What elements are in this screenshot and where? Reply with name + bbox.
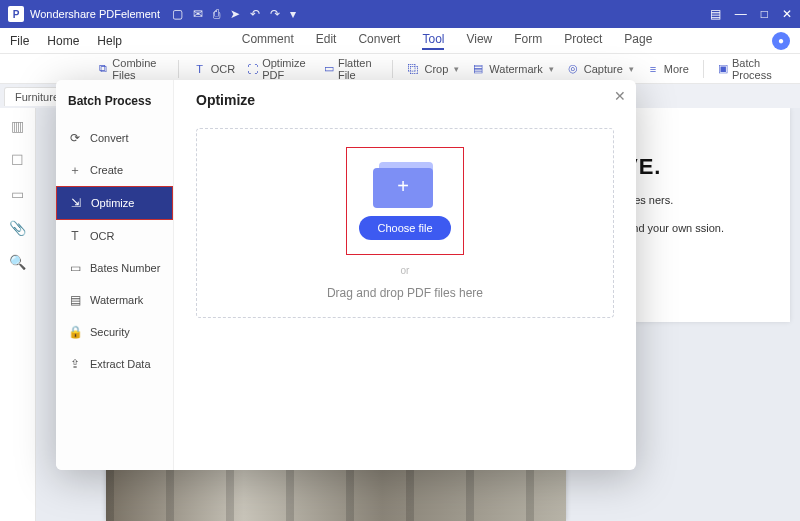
batch-item-optimize[interactable]: ⇲Optimize <box>56 186 173 220</box>
print-icon[interactable]: ⎙ <box>213 7 220 21</box>
tool-combine-label: Combine Files <box>112 57 164 81</box>
tool-flatten-file[interactable]: ▭Flatten File <box>318 57 384 81</box>
optimize-icon: ⛶ <box>247 62 258 76</box>
menu-convert[interactable]: Convert <box>358 32 400 50</box>
menu-file[interactable]: File <box>10 34 29 48</box>
thumbnails-icon[interactable]: ▥ <box>11 118 24 134</box>
menu-help[interactable]: Help <box>97 34 122 48</box>
tool-capture[interactable]: ◎Capture▾ <box>560 62 640 76</box>
menu-comment[interactable]: Comment <box>242 32 294 50</box>
menu-form[interactable]: Form <box>514 32 542 50</box>
comments-icon[interactable]: ▭ <box>11 186 24 202</box>
file-dropzone[interactable]: Choose file or Drag and drop PDF files h… <box>196 128 614 318</box>
tool-crop-label: Crop <box>424 63 448 75</box>
titlebar: P Wondershare PDFelement ▢ ✉ ⎙ ➤ ↶ ↷ ▾ ▤… <box>0 0 800 28</box>
choose-file-button[interactable]: Choose file <box>359 216 450 240</box>
window-controls: ▤ — □ ✕ <box>710 7 792 21</box>
ocr-icon: T <box>193 62 207 76</box>
tool-batch-label: Batch Process <box>732 57 784 81</box>
maximize-icon[interactable]: □ <box>761 7 768 21</box>
or-divider-text: or <box>401 265 410 276</box>
tool-optimize-pdf[interactable]: ⛶Optimize PDF <box>241 57 318 81</box>
convert-icon: ⟳ <box>68 131 82 145</box>
batch-item-watermark[interactable]: ▤Watermark <box>56 284 173 316</box>
open-icon[interactable]: ▢ <box>172 7 183 21</box>
batch-item-label: OCR <box>90 230 114 242</box>
app-logo-icon: P <box>8 6 24 22</box>
user-avatar-icon[interactable]: ● <box>772 32 790 50</box>
tool-ocr-label: OCR <box>211 63 235 75</box>
minimize-icon[interactable]: — <box>735 7 747 21</box>
chevron-down-icon: ▾ <box>629 64 634 74</box>
batch-item-label: Watermark <box>90 294 143 306</box>
share-icon[interactable]: ➤ <box>230 7 240 21</box>
batch-process-modal: ✕ Batch Process ⟳Convert ＋Create ⇲Optimi… <box>56 80 636 470</box>
settings-icon[interactable]: ▤ <box>710 7 721 21</box>
crop-icon: ⿻ <box>406 62 420 76</box>
modal-close-icon[interactable]: ✕ <box>614 88 626 104</box>
menu-page[interactable]: Page <box>624 32 652 50</box>
batch-item-security[interactable]: 🔒Security <box>56 316 173 348</box>
tool-batch-process[interactable]: ▣Batch Process <box>712 57 790 81</box>
batch-icon: ▣ <box>718 62 728 76</box>
batch-item-convert[interactable]: ⟳Convert <box>56 122 173 154</box>
flatten-icon: ▭ <box>324 62 334 76</box>
bookmark-icon[interactable]: ☐ <box>11 152 24 168</box>
menu-edit[interactable]: Edit <box>316 32 337 50</box>
batch-item-label: Convert <box>90 132 129 144</box>
batch-main-panel: Optimize Choose file or Drag and drop PD… <box>174 80 636 470</box>
more-icon: ≡ <box>646 62 660 76</box>
batch-item-label: Create <box>90 164 123 176</box>
search-icon[interactable]: 🔍 <box>9 254 26 270</box>
menu-view[interactable]: View <box>466 32 492 50</box>
watermark-icon: ▤ <box>471 62 485 76</box>
chevron-down-icon: ▾ <box>549 64 554 74</box>
tool-ocr[interactable]: TOCR <box>187 62 241 76</box>
customize-icon[interactable]: ▾ <box>290 7 296 21</box>
batch-item-label: Optimize <box>91 197 134 209</box>
batch-item-extract[interactable]: ⇪Extract Data <box>56 348 173 380</box>
app-title: Wondershare PDFelement <box>30 8 160 20</box>
batch-sidebar: Batch Process ⟳Convert ＋Create ⇲Optimize… <box>56 80 174 470</box>
attachments-icon[interactable]: 📎 <box>9 220 26 236</box>
tool-crop[interactable]: ⿻Crop▾ <box>400 62 465 76</box>
batch-item-label: Bates Number <box>90 262 160 274</box>
close-window-icon[interactable]: ✕ <box>782 7 792 21</box>
left-side-rail: ▥ ☐ ▭ 📎 🔍 <box>0 108 36 521</box>
capture-icon: ◎ <box>566 62 580 76</box>
batch-item-label: Security <box>90 326 130 338</box>
batch-item-ocr[interactable]: TOCR <box>56 220 173 252</box>
tool-flatten-label: Flatten File <box>338 57 378 81</box>
bates-icon: ▭ <box>68 261 82 275</box>
tool-watermark[interactable]: ▤Watermark▾ <box>465 62 559 76</box>
create-icon: ＋ <box>68 163 82 177</box>
folder-plus-icon <box>373 158 437 206</box>
combine-icon: ⧉ <box>98 62 108 76</box>
tool-more[interactable]: ≡More <box>640 62 695 76</box>
optimize-icon: ⇲ <box>69 196 83 210</box>
tool-more-label: More <box>664 63 689 75</box>
save-icon[interactable]: ✉ <box>193 7 203 21</box>
menu-home[interactable]: Home <box>47 34 79 48</box>
extract-icon: ⇪ <box>68 357 82 371</box>
batch-sidebar-title: Batch Process <box>56 86 173 122</box>
chevron-down-icon: ▾ <box>454 64 459 74</box>
menu-protect[interactable]: Protect <box>564 32 602 50</box>
ocr-icon: T <box>68 229 82 243</box>
menu-tool[interactable]: Tool <box>422 32 444 50</box>
batch-main-title: Optimize <box>196 92 614 108</box>
titlebar-quick-actions: ▢ ✉ ⎙ ➤ ↶ ↷ ▾ <box>172 7 296 21</box>
redo-icon[interactable]: ↷ <box>270 7 280 21</box>
lock-icon: 🔒 <box>68 325 82 339</box>
undo-icon[interactable]: ↶ <box>250 7 260 21</box>
tool-watermark-label: Watermark <box>489 63 542 75</box>
choose-file-highlight: Choose file <box>346 147 463 255</box>
batch-item-create[interactable]: ＋Create <box>56 154 173 186</box>
tool-combine-files[interactable]: ⧉Combine Files <box>92 57 170 81</box>
tool-capture-label: Capture <box>584 63 623 75</box>
batch-item-bates[interactable]: ▭Bates Number <box>56 252 173 284</box>
watermark-icon: ▤ <box>68 293 82 307</box>
menubar: File Home Help Comment Edit Convert Tool… <box>0 28 800 54</box>
tool-optimize-label: Optimize PDF <box>262 57 312 81</box>
batch-item-label: Extract Data <box>90 358 151 370</box>
